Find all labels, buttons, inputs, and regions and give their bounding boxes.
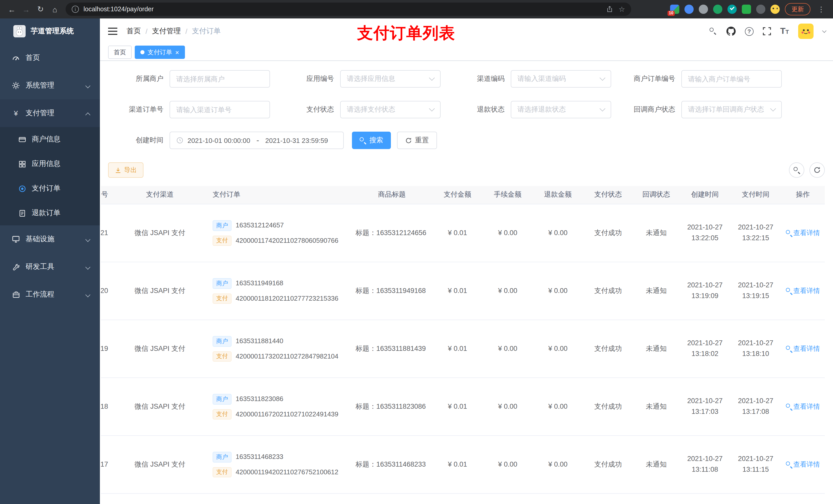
breadcrumb-item[interactable]: 首页 <box>126 27 141 36</box>
profile-avatar[interactable] <box>770 5 780 14</box>
chevron-down-icon <box>85 292 90 297</box>
cell-notify: 未通知 <box>633 205 679 262</box>
extension-icon[interactable] <box>742 5 751 14</box>
sidebar-item-label: 工作流程 <box>26 290 54 299</box>
cell-fee: ¥ 0.00 <box>482 436 533 493</box>
font-size-icon[interactable]: TT <box>780 26 789 37</box>
extension-icon[interactable] <box>699 5 708 14</box>
app-select[interactable]: 请选择应用信息 <box>340 70 441 88</box>
date-start-value: 2021-10-01 00:00:00 <box>188 137 250 144</box>
search-button[interactable]: 搜索 <box>352 131 391 149</box>
sidebar-subitem-pay-order[interactable]: 支付订单 <box>0 176 100 201</box>
merchant-order-no: 1635312124657 <box>236 220 284 231</box>
cell-status: 支付成功 <box>583 205 633 262</box>
merchant-badge: 商户 <box>213 336 232 346</box>
url-text: localhost:1024/pay/order <box>84 6 606 13</box>
sidebar-subitem-refund-order[interactable]: 退款订单 <box>0 201 100 225</box>
extension-icon[interactable] <box>713 5 722 14</box>
view-detail-link[interactable]: 查看详情 <box>786 402 820 412</box>
screen: ← → ↻ ⌂ i localhost:1024/pay/order ☆ 10 <box>0 0 833 504</box>
view-detail-link[interactable]: 查看详情 <box>786 228 820 238</box>
cell-channel: 微信 JSAPI 支付 <box>114 436 206 493</box>
sidebar-item-system[interactable]: 系统管理 <box>0 72 100 99</box>
cell-id: 20 <box>101 262 114 320</box>
toggle-search-button[interactable] <box>789 162 804 178</box>
export-button[interactable]: 导出 <box>108 162 143 178</box>
chevron-down-icon <box>85 265 90 270</box>
col-id: 编号 <box>101 186 114 204</box>
avatar-caret-icon[interactable] <box>822 28 827 33</box>
filter-label: 创建时间 <box>108 136 170 145</box>
view-detail-link[interactable]: 查看详情 <box>786 459 820 470</box>
reload-button[interactable]: ↻ <box>34 3 47 16</box>
filter-label: 渠道编码 <box>449 74 511 83</box>
extension-icon[interactable] <box>756 5 765 14</box>
sidebar-subitem-merchant-info[interactable]: 商户信息 <box>0 127 100 152</box>
chevron-down-icon <box>770 106 776 112</box>
cell-pay-order: 商户1635311823086 支付4200001167202110271022… <box>206 378 352 435</box>
reset-button[interactable]: 重置 <box>397 131 437 149</box>
filter-notify-status: 回调商户状态 请选择订单回调商户状态 <box>620 101 790 118</box>
share-icon[interactable] <box>606 6 614 13</box>
help-icon[interactable]: ? <box>745 27 754 35</box>
merchant-order-no: 1635311823086 <box>236 394 283 404</box>
sidebar-subitem-app-info[interactable]: 应用信息 <box>0 152 100 176</box>
back-button[interactable]: ← <box>5 3 19 16</box>
collapse-sidebar-button[interactable] <box>108 28 117 35</box>
github-icon[interactable] <box>727 27 736 36</box>
app-logo[interactable]: 芋道管理系统 <box>0 19 100 44</box>
fullscreen-icon[interactable] <box>763 27 771 35</box>
date-range-input[interactable]: 2021-10-01 00:00:00 - 2021-10-31 23:59:5… <box>170 131 344 149</box>
forward-button[interactable]: → <box>20 3 33 16</box>
filter-label: 应用编号 <box>279 74 340 83</box>
notify-status-select[interactable]: 请选择订单回调商户状态 <box>681 101 782 118</box>
select-placeholder: 请选择应用信息 <box>347 74 395 83</box>
extension-icon[interactable] <box>685 5 694 14</box>
channel-code-select[interactable]: 请输入渠道编码 <box>511 70 611 88</box>
browser-chrome: ← → ↻ ⌂ i localhost:1024/pay/order ☆ 10 <box>0 0 833 19</box>
merchant-order-no-input[interactable] <box>681 70 782 88</box>
sidebar-item-payment[interactable]: ¥ 支付管理 <box>0 99 100 127</box>
refresh-table-button[interactable] <box>809 162 825 178</box>
cell-title: 标题：1635311468233 <box>352 436 432 493</box>
table-row: 18 微信 JSAPI 支付 商户1635311823086 支付4200001… <box>101 378 825 436</box>
sidebar-item-infra[interactable]: 基础设施 <box>0 225 100 253</box>
sidebar-item-dev-tools[interactable]: 研发工具 <box>0 253 100 281</box>
browser-menu-icon[interactable]: ⋮ <box>815 5 827 13</box>
search-button-label: 搜索 <box>370 136 383 145</box>
extension-icon[interactable] <box>728 5 737 14</box>
search-icon[interactable] <box>710 27 717 35</box>
pay-badge: 支付 <box>213 235 232 246</box>
cell-title: 标题：1635311823086 <box>352 378 432 435</box>
user-avatar[interactable] <box>798 24 813 39</box>
home-button[interactable]: ⌂ <box>48 3 62 16</box>
date-end-value: 2021-10-31 23:59:59 <box>265 137 328 144</box>
refund-status-select[interactable]: 请选择退款状态 <box>511 101 611 118</box>
bookmark-star-icon[interactable]: ☆ <box>619 6 625 13</box>
cell-refund: ¥ 0.00 <box>533 320 583 378</box>
breadcrumb-item[interactable]: 支付管理 <box>152 27 181 36</box>
tab-close-icon[interactable]: × <box>175 49 179 55</box>
view-detail-link[interactable]: 查看详情 <box>786 344 820 354</box>
tab-home[interactable]: 首页 <box>108 46 132 59</box>
chevron-down-icon <box>600 106 605 112</box>
merchant-input[interactable] <box>170 70 270 88</box>
update-button[interactable]: 更新 <box>785 3 810 15</box>
extension-icon[interactable]: 10 <box>670 5 679 14</box>
site-info-icon[interactable]: i <box>72 6 79 13</box>
sidebar-item-label: 应用信息 <box>32 159 61 169</box>
filter-create-time: 创建时间 2021-10-01 00:00:00 - 2021-10-31 23… <box>108 131 344 149</box>
sidebar-item-workflow[interactable]: 工作流程 <box>0 281 100 308</box>
yen-icon: ¥ <box>11 109 21 117</box>
app-title: 芋道管理系统 <box>31 27 74 36</box>
sidebar-item-home[interactable]: 首页 <box>0 44 100 72</box>
channel-order-no-input[interactable] <box>170 101 270 118</box>
col-title: 商品标题 <box>352 186 432 204</box>
address-bar[interactable]: i localhost:1024/pay/order ☆ <box>66 3 631 16</box>
table-row: 20 微信 JSAPI 支付 商户1635311949168 支付4200001… <box>101 262 825 320</box>
tab-pay-order[interactable]: 支付订单 × <box>135 46 185 59</box>
view-detail-link[interactable]: 查看详情 <box>786 286 820 296</box>
pay-status-select[interactable]: 请选择支付状态 <box>340 101 441 118</box>
pay-order-no: 4200001181202110277723215336 <box>236 293 338 304</box>
logo-avatar <box>13 25 26 38</box>
